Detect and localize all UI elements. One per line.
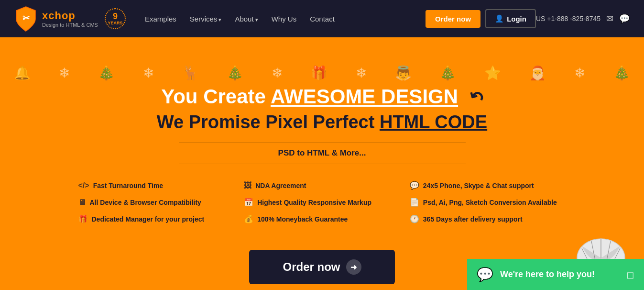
phone-number: US +1-888 -825-8745 [536, 15, 600, 22]
hero-line2-highlight: HTML CODE [380, 112, 487, 132]
nav-link-why-us[interactable]: Why Us [272, 15, 297, 23]
cta-order-button[interactable]: Order now ➜ [249, 250, 394, 284]
feature-text-3: Dedicated Manager for your project [92, 215, 205, 223]
hero-section: 🔔 ❄ 🎄 ❄ 🦌 🎄 ❄ 🎁 ❄ 👼 🎄 ⭐ 🎅 ❄ 🎄 You Create… [0, 37, 644, 290]
hero-headline-2: We Promise Pixel Perfect HTML CODE [10, 112, 634, 133]
nav-order-button[interactable]: Order now [426, 10, 480, 28]
file-icon: 📄 [410, 198, 419, 207]
money-icon: 💰 [244, 214, 253, 223]
svg-text:✂: ✂ [22, 13, 30, 23]
feature-text-2: All Device & Browser Compatibility [90, 199, 201, 206]
chat-message-icon: 💬 [477, 267, 493, 282]
hero-line1-prefix: You Create [161, 85, 271, 108]
feature-text-4: NDA Agreement [255, 182, 306, 190]
code-icon: </> [78, 181, 89, 190]
hero-content: You Create AWESOME DESIGN ↷ We Promise P… [0, 52, 644, 290]
feature-text-8: Psd, Ai, Png, Sketch Conversion Availabl… [423, 199, 557, 206]
nav-login-button[interactable]: 👤 Login [485, 9, 536, 28]
feature-item-8: 📄 Psd, Ai, Png, Sketch Conversion Availa… [410, 195, 566, 209]
nav-link-contact[interactable]: Contact [310, 15, 335, 23]
logo-text: xchop Design to HTML & CMS [42, 10, 98, 28]
logo-tagline: Design to HTML & CMS [42, 22, 98, 28]
logo-brand-name: xchop [42, 10, 98, 22]
clock-icon: 🕐 [410, 214, 419, 223]
feature-item-5: 📅 Highest Quality Responsive Markup [244, 195, 400, 209]
logo-x: x [42, 10, 48, 22]
feature-text-6: 100% Moneyback Guarantee [257, 215, 348, 223]
skype-icon[interactable]: 💬 [619, 13, 630, 24]
years-number: 9 [113, 12, 118, 21]
feature-item-2: 🖥 All Device & Browser Compatibility [78, 195, 235, 209]
nda-icon: 🖼 [244, 181, 251, 190]
nav-links: Examples Services About Why Us Contact [145, 15, 426, 23]
feature-item-7: 💬 24x5 Phone, Skype & Chat support [410, 178, 566, 192]
mail-icon[interactable]: ✉ [606, 13, 613, 24]
hero-headline-1: You Create AWESOME DESIGN ↷ [10, 85, 634, 108]
arrow-deco: ↷ [464, 85, 487, 110]
manager-icon: 🎁 [78, 214, 88, 223]
cta-order-label: Order now [283, 260, 340, 274]
phone-icon: 💬 [410, 181, 419, 190]
nav-right-section: US +1-888 -825-8745 ✉ 💬 [536, 13, 630, 24]
logo-shield-icon: ✂ [14, 6, 37, 32]
hero-line1-highlight: AWESOME DESIGN [271, 85, 458, 108]
feature-item-6: 💰 100% Moneyback Guarantee [244, 212, 400, 226]
nav-link-services[interactable]: Services [190, 15, 222, 23]
nav-link-about[interactable]: About [235, 15, 258, 23]
feature-item-1: </> Fast Turnaround Time [78, 178, 235, 192]
chat-widget[interactable]: 💬 We're here to help you! ◻ [467, 259, 644, 290]
feature-item-3: 🎁 Dedicated Manager for your project [78, 212, 235, 226]
device-icon: 🖥 [78, 198, 86, 207]
feature-text-9: 365 Days after delivery support [423, 215, 523, 223]
feature-text-5: Highest Quality Responsive Markup [257, 199, 371, 206]
feature-text-7: 24x5 Phone, Skype & Chat support [423, 182, 534, 190]
features-grid: </> Fast Turnaround Time 🖼 NDA Agreement… [59, 178, 585, 226]
chat-widget-text: We're here to help you! [500, 269, 595, 279]
user-icon: 👤 [495, 14, 504, 23]
login-label: Login [507, 15, 526, 23]
years-label: YEARS [108, 21, 122, 26]
feature-item-4: 🖼 NDA Agreement [244, 178, 400, 192]
feature-text-1: Fast Turnaround Time [93, 182, 164, 190]
nav-link-examples[interactable]: Examples [145, 15, 176, 23]
logo-area: ✂ xchop Design to HTML & CMS 9 YEARS [14, 6, 126, 32]
years-badge: 9 YEARS [105, 8, 126, 29]
cta-arrow-icon: ➜ [346, 259, 361, 275]
feature-item-9: 🕐 365 Days after delivery support [410, 212, 566, 226]
chat-close-icon[interactable]: ◻ [626, 269, 634, 280]
hero-line2-prefix: We Promise Pixel Perfect [157, 112, 380, 132]
quality-icon: 📅 [244, 198, 253, 207]
navbar: ✂ xchop Design to HTML & CMS 9 YEARS Exa… [0, 0, 644, 37]
logo-chop: chop [48, 10, 76, 22]
hero-subtitle: PSD to HTML & More... [179, 142, 466, 164]
